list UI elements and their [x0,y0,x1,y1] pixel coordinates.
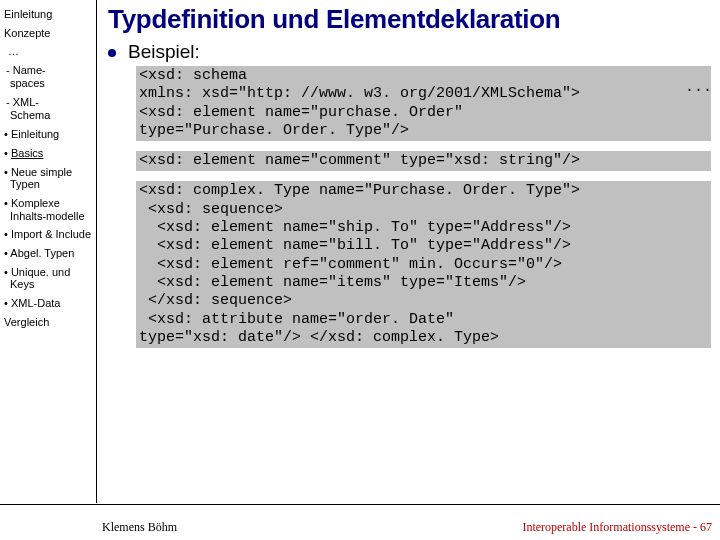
footer: Klemens Böhm Interoperable Informationss… [0,504,720,540]
nav-sub-import[interactable]: Import & Include [4,228,92,241]
code-block-3: <xsd: complex. Type name="Purchase. Orde… [136,181,711,348]
sidebar: Einleitung Konzepte … - Name- spaces - X… [0,0,97,503]
nav-vergleich[interactable]: Vergleich [4,316,92,329]
code-block-2: <xsd: element name="comment" type="xsd: … [136,151,711,171]
example-label: Beispiel: [128,41,200,63]
slide-title: Typdefinition und Elementdeklaration [108,4,712,35]
footer-page: Interoperable Informationssysteme - 67 [522,520,712,535]
footer-author: Klemens Böhm [102,520,177,535]
nav-sub-komplexe[interactable]: Komplexe Inhalts-modelle [4,197,92,222]
bullet-icon [108,49,116,57]
nav-xmlschema[interactable]: - XML- Schema [8,96,92,121]
nav-sub-unique[interactable]: Unique. und Keys [4,266,92,291]
nav-sub-neue[interactable]: Neue simple Typen [4,166,92,191]
nav-sub-basics[interactable]: Basics [4,147,92,160]
nav-namespaces[interactable]: - Name- spaces [8,64,92,89]
nav-sub-einleitung[interactable]: Einleitung [4,128,92,141]
nav-sub-xmldata[interactable]: XML-Data [4,297,92,310]
nav-sub-abgel[interactable]: Abgel. Typen [4,247,92,260]
code-continuation-ellipsis: ... [685,79,712,96]
nav-ellipsis: … [8,45,92,58]
nav-einleitung[interactable]: Einleitung [4,8,92,21]
nav-konzepte[interactable]: Konzepte [4,27,92,40]
slide-content: Typdefinition und Elementdeklaration Bei… [100,0,718,358]
code-block-1: <xsd: schema xmlns: xsd="http: //www. w3… [136,66,711,141]
example-label-row: Beispiel: [108,41,712,63]
